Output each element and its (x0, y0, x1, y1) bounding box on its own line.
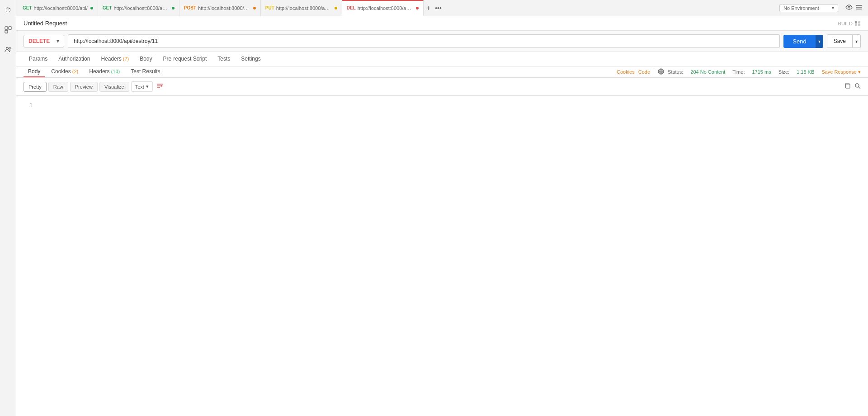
tab2-dot (172, 7, 175, 9)
resp-type-label: Text (135, 84, 144, 90)
tab-tests[interactable]: Tests (212, 52, 236, 66)
resp-headers-badge: (10) (110, 69, 120, 74)
time-value: 1715 ms (752, 69, 771, 75)
people-icon[interactable] (2, 43, 14, 56)
svg-point-3 (6, 47, 8, 50)
tab4-dot (335, 7, 337, 9)
request-title-bar: Untitled Request BUILD (16, 16, 868, 31)
status-value: 204 No Content (690, 69, 725, 75)
collection-icon[interactable] (2, 24, 14, 36)
svg-rect-1 (9, 27, 11, 29)
tab2-method: GET (103, 5, 112, 10)
environment-selector[interactable]: No Environment ▾ (779, 4, 838, 12)
eye-icon[interactable] (845, 4, 853, 12)
more-tabs-button[interactable]: ••• (433, 5, 443, 12)
history-icon[interactable]: ⏱ (2, 4, 14, 16)
tab-get-api-1[interactable]: GET http://localhost:8000/api/1 (98, 0, 179, 16)
tab1-method: GET (23, 5, 32, 10)
svg-rect-9 (855, 21, 857, 24)
svg-point-19 (855, 84, 859, 87)
response-tabs: Body Cookies (2) Headers (10) Test Resul… (24, 66, 165, 77)
save-dropdown-button[interactable]: ▾ (853, 34, 861, 48)
response-body-icons (844, 83, 861, 90)
build-button[interactable]: BUILD (838, 20, 861, 27)
format-preview-button[interactable]: Preview (70, 82, 98, 92)
url-bar: DELETE ▾ Send ▾ Save ▾ (16, 31, 868, 52)
send-dropdown-button[interactable]: ▾ (816, 35, 823, 48)
response-code-area: 1 (16, 96, 868, 367)
status-label: Status: (668, 69, 683, 75)
env-chevron-icon: ▾ (832, 5, 834, 10)
tab-authorization[interactable]: Authorization (53, 52, 95, 66)
method-value: DELETE (28, 38, 50, 44)
format-pretty-button[interactable]: Pretty (24, 82, 47, 92)
tab3-method: POST (184, 5, 196, 10)
resp-tab-test-results[interactable]: Test Results (126, 66, 165, 77)
tab-settings[interactable]: Settings (236, 52, 266, 66)
tab-body[interactable]: Body (134, 52, 157, 66)
svg-point-4 (9, 47, 11, 49)
tab5-dot (416, 7, 419, 9)
save-button-group: Save ▾ (827, 34, 861, 48)
save-button[interactable]: Save (827, 34, 853, 48)
tab1-dot (90, 7, 93, 9)
tab-put-api[interactable]: PUT http://localhost:8000/api/updat... (261, 0, 342, 16)
svg-rect-18 (846, 84, 850, 88)
svg-rect-11 (855, 24, 857, 26)
tab3-dot (253, 7, 256, 9)
response-body-controls: Pretty Raw Preview Visualize Text ▾ (16, 78, 868, 96)
size-label: Size: (778, 69, 789, 75)
tab-bar: GET http://localhost:8000/api/ GET http:… (16, 0, 868, 16)
tab2-url: http://localhost:8000/api/1 (113, 5, 169, 11)
tab5-url: http://localhost:8000/api/destr... (358, 5, 413, 11)
svg-rect-10 (858, 21, 860, 24)
svg-rect-12 (858, 24, 860, 26)
format-raw-button[interactable]: Raw (48, 82, 68, 92)
request-tabs: Params Authorization Headers (7) Body Pr… (16, 52, 868, 66)
time-label: Time: (732, 69, 745, 75)
tab4-method: PUT (265, 5, 274, 10)
code-link[interactable]: Code (638, 66, 650, 77)
resp-tab-cookies[interactable]: Cookies (2) (47, 66, 83, 77)
tab-post-api[interactable]: POST http://localhost:8000/api/title... (179, 0, 261, 16)
add-tab-button[interactable]: + (424, 4, 433, 12)
send-button[interactable]: Send (783, 35, 815, 48)
tab4-url: http://localhost:8000/api/updat... (276, 5, 332, 11)
build-label: BUILD (838, 21, 853, 26)
menu-icon[interactable] (855, 4, 863, 12)
save-response-button[interactable]: Save Response ▾ (821, 69, 861, 75)
resp-type-chevron-icon: ▾ (146, 84, 149, 90)
url-input[interactable] (68, 34, 780, 48)
globe-icon (658, 68, 664, 76)
method-selector[interactable]: DELETE ▾ (24, 35, 64, 47)
response-area: Body Cookies (2) Headers (10) Test Resul… (16, 66, 868, 367)
search-response-button[interactable] (854, 83, 861, 90)
tab-bar-actions: No Environment ▾ (779, 4, 866, 12)
wrap-lines-button[interactable] (156, 83, 164, 91)
svg-point-5 (848, 6, 850, 8)
left-sidebar: ⏱ (0, 0, 16, 416)
tab-del-api[interactable]: DEL http://localhost:8000/api/destr... (342, 0, 424, 16)
header-sidebar-icons (845, 4, 863, 12)
line-numbers: 1 (24, 101, 33, 362)
tab1-url: http://localhost:8000/api/ (34, 5, 88, 11)
tab-params[interactable]: Params (24, 52, 53, 66)
svg-rect-0 (5, 27, 8, 29)
env-label: No Environment (783, 5, 819, 11)
tab-get-api[interactable]: GET http://localhost:8000/api/ (18, 0, 98, 16)
copy-response-button[interactable] (844, 83, 851, 90)
tab-headers[interactable]: Headers (7) (95, 52, 134, 66)
size-value: 1.15 KB (797, 69, 814, 75)
resp-tab-headers[interactable]: Headers (10) (85, 66, 124, 77)
tab5-method: DEL (347, 5, 356, 10)
resp-tab-body[interactable]: Body (24, 66, 45, 77)
response-type-selector[interactable]: Text ▾ (131, 81, 153, 92)
tab-prerequest[interactable]: Pre-request Script (158, 52, 212, 66)
svg-rect-2 (5, 30, 8, 33)
tab3-url: http://localhost:8000/api/title... (198, 5, 250, 11)
cookies-link[interactable]: Cookies (617, 66, 635, 77)
format-visualize-button[interactable]: Visualize (99, 82, 129, 92)
code-content (40, 101, 861, 362)
headers-badge: (7) (122, 56, 129, 61)
main-content: GET http://localhost:8000/api/ GET http:… (16, 0, 868, 367)
